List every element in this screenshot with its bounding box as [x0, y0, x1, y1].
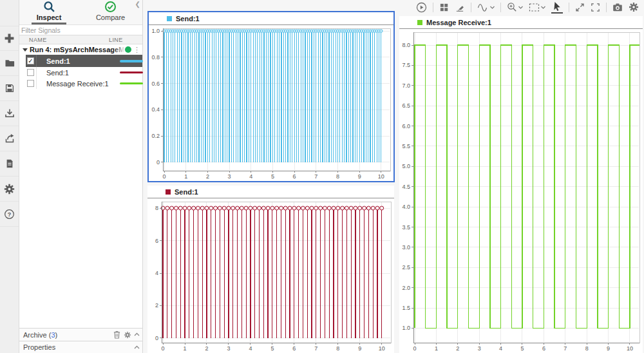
collapse-run-triangle[interactable]	[23, 48, 28, 52]
archive-section-header[interactable]: Archive (3)	[19, 328, 142, 341]
signal-row[interactable]: ✓ Send:1	[26, 55, 142, 67]
svg-text:8: 8	[155, 205, 158, 211]
signal-row[interactable]: Message Receive:1	[26, 78, 142, 89]
fit-to-view-icon	[529, 3, 540, 12]
eraser-icon	[455, 3, 465, 12]
run-row[interactable]: Run 4: mSysArchMessageMerge[Cur ⋮	[19, 44, 142, 55]
import-icon	[5, 108, 15, 119]
plot-tile-send1-blue[interactable]: Send:1 01234567891000.20.40.60.81.0	[147, 11, 395, 182]
play-circle-icon	[416, 2, 427, 13]
plot-legend: Send:1	[149, 12, 393, 25]
fit-to-view-button[interactable]	[529, 3, 545, 12]
signal-row[interactable]: Send:1	[26, 67, 142, 78]
svg-text:9: 9	[358, 345, 361, 352]
svg-text:2.0: 2.0	[402, 285, 410, 291]
fullscreen-brackets-icon	[591, 3, 600, 12]
svg-text:10: 10	[627, 345, 633, 352]
floppy-icon	[5, 83, 15, 93]
svg-text:7: 7	[314, 173, 317, 180]
properties-section-header[interactable]: Properties	[19, 341, 142, 353]
plot-settings-button[interactable]	[629, 2, 639, 12]
legend-label: Send:1	[175, 188, 198, 196]
expand-button[interactable]	[575, 3, 585, 12]
signal-checkbox[interactable]	[27, 69, 34, 76]
svg-text:9: 9	[607, 345, 610, 352]
legend-label: Send:1	[176, 15, 200, 23]
legend-label: Message Receive:1	[426, 19, 491, 26]
tab-compare-label: Compare	[96, 14, 125, 21]
run-button[interactable]	[416, 2, 427, 13]
svg-text:3.0: 3.0	[402, 244, 410, 251]
clear-plots-button[interactable]	[455, 3, 465, 12]
svg-text:8.0: 8.0	[402, 42, 410, 48]
panel-tabs: Inspect Compare ❮	[19, 0, 142, 25]
plot-area: 01234567891000.20.40.60.81.0	[149, 25, 393, 181]
open-button[interactable]	[0, 51, 19, 76]
svg-text:4: 4	[249, 345, 252, 352]
svg-text:0.2: 0.2	[151, 133, 160, 139]
svg-text:4: 4	[249, 173, 252, 180]
plot-legend: Message Receive:1	[399, 16, 643, 29]
tab-inspect[interactable]: Inspect	[32, 0, 67, 24]
svg-text:6.5: 6.5	[402, 102, 410, 109]
pointer-button[interactable]	[551, 1, 563, 14]
svg-text:7: 7	[564, 345, 567, 352]
svg-text:3: 3	[228, 173, 231, 180]
run-menu-icon[interactable]: ⋮	[133, 48, 140, 52]
svg-text:3: 3	[227, 345, 230, 352]
svg-text:1: 1	[435, 345, 438, 352]
signal-checkbox[interactable]: ✓	[27, 57, 34, 64]
legend-swatch	[167, 16, 172, 21]
import-button[interactable]	[0, 101, 19, 126]
expand-arrows-icon	[575, 3, 585, 12]
snapshot-button[interactable]	[612, 3, 623, 12]
signal-name: Send:1	[46, 57, 70, 65]
svg-text:3.5: 3.5	[402, 224, 410, 231]
svg-text:7.0: 7.0	[402, 82, 410, 89]
folder-icon	[4, 58, 15, 68]
svg-text:0: 0	[413, 345, 416, 352]
signal-checkbox[interactable]	[27, 80, 34, 87]
svg-text:0: 0	[163, 173, 166, 180]
plot-tile-send1-red[interactable]: Send:1 01234567891002468	[147, 186, 394, 353]
svg-text:2: 2	[456, 345, 459, 352]
tab-inspect-label: Inspect	[37, 14, 62, 21]
create-report-button[interactable]	[0, 151, 19, 176]
svg-text:0.4: 0.4	[151, 106, 160, 113]
svg-text:1.0: 1.0	[151, 28, 160, 34]
gear-icon	[4, 184, 15, 195]
fullscreen-button[interactable]	[591, 3, 600, 12]
zoom-button[interactable]	[507, 2, 523, 12]
preferences-button[interactable]	[0, 176, 19, 202]
simulation-data-inspector: ? Inspect Compare ❮ NAME LINE Run 4: mSy…	[0, 0, 644, 353]
archive-label: Archive (	[23, 331, 51, 339]
plot-area: 0123456789101.01.52.02.53.03.54.04.55.05…	[399, 29, 643, 353]
filter-signals-input[interactable]	[19, 25, 142, 35]
svg-text:2: 2	[206, 173, 209, 180]
archive-collapse-chevron[interactable]	[134, 332, 140, 337]
layout-button[interactable]	[439, 3, 449, 12]
svg-text:5.5: 5.5	[402, 143, 410, 149]
check-circle-icon	[104, 1, 117, 13]
plot-area: 01234567891002468	[147, 198, 394, 353]
plot-toolbar	[401, 0, 644, 14]
svg-text:0: 0	[162, 345, 165, 352]
signals-menu-button[interactable]	[477, 3, 495, 12]
properties-collapse-chevron[interactable]	[134, 345, 140, 350]
add-button[interactable]	[0, 26, 19, 51]
save-button[interactable]	[0, 76, 19, 101]
chevron-down-icon	[541, 6, 545, 9]
tab-compare[interactable]: Compare	[91, 0, 130, 24]
archive-settings-gear-icon[interactable]	[124, 331, 131, 339]
run-label: Run 4: mSysArchMessageMerge[Cur	[30, 46, 125, 53]
help-button[interactable]: ?	[0, 202, 19, 227]
export-button[interactable]	[0, 126, 19, 151]
trash-icon[interactable]	[113, 330, 120, 339]
cursor-arrow-icon	[553, 1, 562, 12]
svg-text:10: 10	[378, 173, 384, 180]
chevron-down-icon	[490, 6, 495, 9]
svg-text:7.5: 7.5	[402, 62, 410, 68]
help-icon: ?	[4, 209, 15, 220]
plot-tile-message-receive[interactable]: Message Receive:1 0123456789101.01.52.02…	[399, 16, 643, 353]
collapse-panel-chevron[interactable]: ❮	[135, 1, 140, 8]
